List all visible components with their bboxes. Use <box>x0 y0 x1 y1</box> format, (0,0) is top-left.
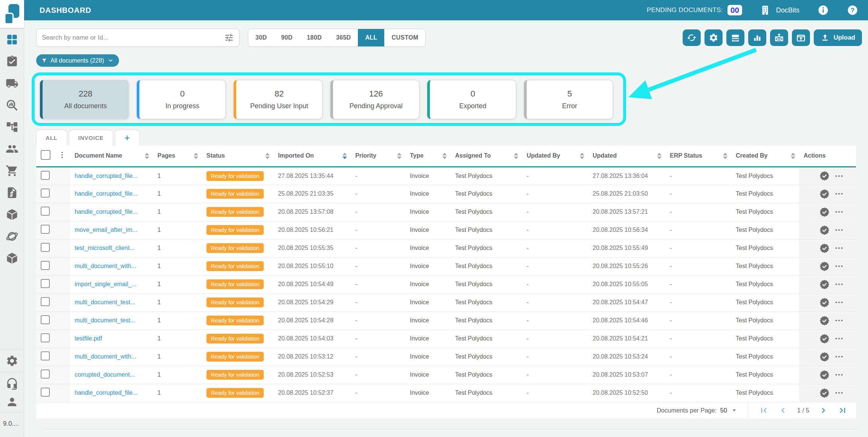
row-menu-button[interactable] <box>834 334 844 343</box>
row-menu-button[interactable] <box>834 243 844 253</box>
scan-button[interactable] <box>726 29 744 46</box>
validate-action-button[interactable] <box>819 243 830 253</box>
sidebar-item-settings[interactable] <box>6 354 18 367</box>
next-page-button[interactable] <box>818 405 828 416</box>
row-checkbox[interactable] <box>41 171 50 180</box>
sort-icon[interactable] <box>342 153 348 159</box>
document-link[interactable]: test_microsoft_client... <box>75 245 134 251</box>
sidebar-item-tasks[interactable] <box>6 55 18 68</box>
search-input[interactable] <box>42 34 224 41</box>
row-menu-button[interactable] <box>834 189 844 199</box>
sort-icon[interactable] <box>657 153 663 159</box>
sidebar-item-package[interactable] <box>6 208 18 221</box>
sort-icon[interactable] <box>442 153 448 159</box>
document-link[interactable]: handle_corrupted_file... <box>75 173 138 179</box>
date-filter-365d[interactable]: 365D <box>329 29 358 46</box>
sidebar-item-support[interactable] <box>6 377 18 390</box>
row-checkbox[interactable] <box>41 370 50 379</box>
document-link[interactable]: multi_document_test... <box>75 317 135 324</box>
validate-action-button[interactable] <box>819 171 830 181</box>
row-menu-button[interactable] <box>834 261 844 271</box>
date-filter-180d[interactable]: 180D <box>300 29 329 46</box>
app-logo[interactable] <box>0 0 24 28</box>
validate-action-button[interactable] <box>819 297 830 308</box>
row-menu-button[interactable] <box>834 388 844 398</box>
last-page-button[interactable] <box>837 405 848 416</box>
row-menu-button[interactable] <box>834 171 844 181</box>
column-header-imported-on[interactable]: Imported On <box>274 146 351 167</box>
row-checkbox[interactable] <box>41 351 50 360</box>
sort-icon[interactable] <box>397 153 403 159</box>
document-link[interactable]: corrupted_document... <box>75 371 135 378</box>
status-card-all-documents[interactable]: 228All documents <box>40 80 129 119</box>
column-header-assigned-to[interactable]: Assigned To <box>451 146 522 167</box>
sidebar-item-users[interactable] <box>6 143 18 155</box>
row-menu-button[interactable] <box>834 352 844 362</box>
row-menu-button[interactable] <box>834 370 844 380</box>
column-header-priority[interactable]: Priority <box>351 146 405 167</box>
document-link[interactable]: move_email_after_im... <box>75 227 137 233</box>
tab-invoice[interactable]: INVOICE <box>69 130 113 146</box>
documents-filter-chip[interactable]: All documents (228) <box>36 54 119 67</box>
row-menu-button[interactable] <box>834 297 844 307</box>
sidebar-item-workflow[interactable] <box>6 121 18 133</box>
document-link[interactable]: testfile.pdf <box>75 335 102 342</box>
validate-action-button[interactable] <box>819 261 830 271</box>
sidebar-item-cart[interactable] <box>6 164 18 177</box>
document-link[interactable]: import_single_email_... <box>75 281 137 287</box>
row-checkbox[interactable] <box>41 243 50 252</box>
date-filter-all[interactable]: ALL <box>358 29 384 46</box>
mail-import-button[interactable] <box>770 29 788 46</box>
row-checkbox[interactable] <box>41 207 50 216</box>
row-checkbox[interactable] <box>41 333 50 342</box>
refresh-button[interactable] <box>683 29 701 46</box>
validate-action-button[interactable] <box>819 316 830 326</box>
column-header-updated[interactable]: Updated <box>588 146 665 167</box>
validate-action-button[interactable] <box>819 370 830 380</box>
tab-all[interactable]: ALL <box>36 130 67 146</box>
document-link[interactable]: multi_document_with... <box>75 263 136 269</box>
row-checkbox[interactable] <box>41 189 50 198</box>
row-menu-button[interactable] <box>834 316 844 325</box>
per-page-control[interactable]: Documents per Page: 50 <box>657 406 748 414</box>
upload-button[interactable]: Upload <box>814 29 862 46</box>
export-button[interactable] <box>792 29 810 46</box>
sort-icon[interactable] <box>723 153 729 159</box>
sidebar-item-analytics[interactable] <box>6 99 18 112</box>
validate-action-button[interactable] <box>819 189 830 199</box>
validate-action-button[interactable] <box>819 207 830 217</box>
row-menu-button[interactable] <box>834 279 844 289</box>
validate-action-button[interactable] <box>819 334 830 344</box>
column-header-status[interactable]: Status <box>202 146 274 167</box>
sort-icon[interactable] <box>791 153 797 159</box>
settings-button[interactable] <box>704 29 723 46</box>
prev-page-button[interactable] <box>778 405 788 416</box>
document-link[interactable]: handle_corrupted_file... <box>75 209 138 215</box>
date-filter-custom[interactable]: CUSTOM <box>384 29 425 46</box>
row-checkbox[interactable] <box>41 388 50 397</box>
column-menu-header[interactable] <box>53 146 70 167</box>
sidebar-item-profile[interactable] <box>6 396 18 408</box>
chart-button[interactable] <box>748 29 766 46</box>
row-menu-button[interactable] <box>834 225 844 235</box>
status-card-exported[interactable]: 0Exported <box>427 80 516 119</box>
column-header-document-name[interactable]: Document Name <box>70 146 153 167</box>
validate-action-button[interactable] <box>819 279 830 290</box>
column-header-type[interactable]: Type <box>405 146 451 167</box>
status-card-error[interactable]: 5Error <box>524 80 613 119</box>
sidebar-item-dashboard[interactable] <box>6 33 18 46</box>
validate-action-button[interactable] <box>819 388 830 398</box>
row-menu-button[interactable] <box>834 207 844 217</box>
row-checkbox[interactable] <box>41 225 50 234</box>
date-filter-90d[interactable]: 90D <box>274 29 300 46</box>
row-checkbox[interactable] <box>41 315 50 324</box>
status-card-pending-user-input[interactable]: 82Pending User Input <box>234 80 322 119</box>
sort-icon[interactable] <box>194 153 200 159</box>
sort-icon[interactable] <box>265 153 271 159</box>
select-all-checkbox[interactable] <box>41 150 50 160</box>
document-link[interactable]: multi_document_test... <box>75 299 135 305</box>
sort-icon[interactable] <box>580 153 586 159</box>
sort-icon[interactable] <box>514 153 520 159</box>
column-header-actions[interactable]: Actions <box>799 146 856 167</box>
sidebar-item-package-alt[interactable] <box>6 252 18 265</box>
